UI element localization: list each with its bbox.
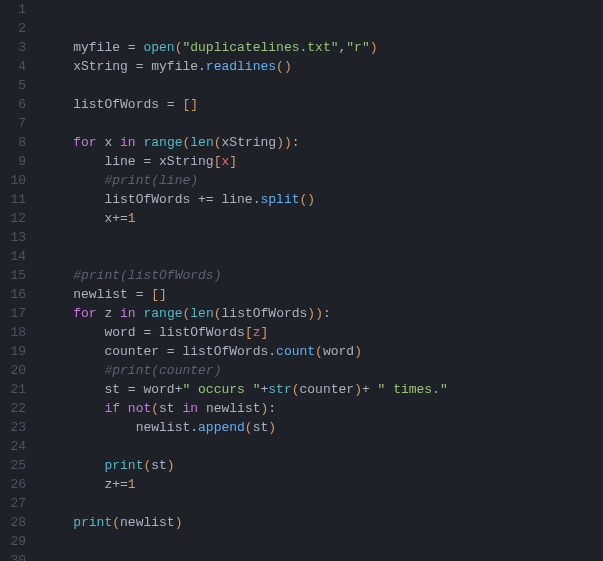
code-line[interactable]: xString = myfile.readlines() [42, 57, 603, 76]
code-line[interactable]: x+=1 [42, 209, 603, 228]
code-token: "duplicatelines.txt" [182, 40, 338, 55]
code-token: word [143, 382, 174, 397]
code-line[interactable]: for x in range(len(xString)): [42, 133, 603, 152]
code-token: #print(line) [104, 173, 198, 188]
code-token: print [104, 458, 143, 473]
code-line[interactable]: for z in range(len(listOfWords)): [42, 304, 603, 323]
code-line[interactable] [42, 247, 603, 266]
line-number: 6 [6, 95, 26, 114]
code-token [42, 401, 104, 416]
code-token: = [128, 287, 151, 302]
code-token [42, 420, 136, 435]
code-token: st [104, 382, 120, 397]
code-token [42, 40, 73, 55]
code-line[interactable] [42, 19, 603, 38]
code-line[interactable]: listOfWords = [] [42, 95, 603, 114]
code-token [42, 268, 73, 283]
code-token: len [190, 135, 213, 150]
line-number: 9 [6, 152, 26, 171]
code-line[interactable] [42, 551, 603, 561]
code-token: ) [370, 40, 378, 55]
code-token: listOfWords [182, 344, 268, 359]
code-token: ] [229, 154, 237, 169]
code-token: : [292, 135, 300, 150]
code-line[interactable]: counter = listOfWords.count(word) [42, 342, 603, 361]
code-token: = [128, 59, 151, 74]
code-token: counter [104, 344, 159, 359]
code-token: = [136, 325, 159, 340]
code-token: ( [151, 401, 159, 416]
code-token [112, 135, 120, 150]
code-line[interactable] [42, 76, 603, 95]
line-number: 14 [6, 247, 26, 266]
code-line[interactable] [42, 494, 603, 513]
code-token [42, 192, 104, 207]
code-token: for [73, 135, 96, 150]
line-number: 7 [6, 114, 26, 133]
line-number: 24 [6, 437, 26, 456]
line-number: 21 [6, 380, 26, 399]
code-area[interactable]: myfile = open("duplicatelines.txt","r") … [38, 0, 603, 561]
code-token: += [190, 192, 221, 207]
line-number-gutter: 1234567891011121314151617181920212223242… [0, 0, 38, 561]
code-line[interactable]: if not(st in newlist): [42, 399, 603, 418]
code-token: = [159, 97, 182, 112]
code-line[interactable] [42, 0, 603, 19]
code-line[interactable]: st = word+" occurs "+str(counter)+ " tim… [42, 380, 603, 399]
line-number: 8 [6, 133, 26, 152]
code-editor[interactable]: 1234567891011121314151617181920212223242… [0, 0, 603, 561]
code-token: myfile [151, 59, 198, 74]
code-token: ) [268, 420, 276, 435]
code-token [42, 344, 104, 359]
code-token: = [120, 382, 143, 397]
code-line[interactable] [42, 228, 603, 247]
code-token: newlist [120, 515, 175, 530]
code-token: xString [73, 59, 128, 74]
code-line[interactable]: #print(listOfWords) [42, 266, 603, 285]
code-line[interactable]: #print(line) [42, 171, 603, 190]
code-line[interactable]: myfile = open("duplicatelines.txt","r") [42, 38, 603, 57]
line-number: 5 [6, 76, 26, 95]
code-token: ( [292, 382, 300, 397]
code-token: len [190, 306, 213, 321]
code-line[interactable]: print(st) [42, 456, 603, 475]
code-line[interactable]: listOfWords += line.split() [42, 190, 603, 209]
code-token: line [221, 192, 252, 207]
code-token: listOfWords [104, 192, 190, 207]
code-line[interactable]: print(newlist) [42, 513, 603, 532]
code-token: for [73, 306, 96, 321]
code-line[interactable]: word = listOfWords[z] [42, 323, 603, 342]
code-token: counter [300, 382, 355, 397]
code-token [42, 211, 104, 226]
code-line[interactable]: newlist.append(st) [42, 418, 603, 437]
line-number: 11 [6, 190, 26, 209]
line-number: 29 [6, 532, 26, 551]
code-token: newlist [206, 401, 261, 416]
code-token: #print(listOfWords) [73, 268, 221, 283]
code-token: not [128, 401, 151, 416]
code-line[interactable]: #print(counter) [42, 361, 603, 380]
code-token: str [268, 382, 291, 397]
code-token: = [120, 40, 143, 55]
code-token: st [159, 401, 175, 416]
line-number: 16 [6, 285, 26, 304]
code-line[interactable] [42, 437, 603, 456]
code-line[interactable] [42, 532, 603, 551]
code-token [42, 97, 73, 112]
code-token: ) [354, 382, 362, 397]
code-line[interactable]: line = xString[x] [42, 152, 603, 171]
code-token: () [276, 59, 292, 74]
code-token: newlist [73, 287, 128, 302]
code-line[interactable] [42, 114, 603, 133]
code-token: print [73, 515, 112, 530]
line-number: 12 [6, 209, 26, 228]
code-token: . [198, 59, 206, 74]
code-line[interactable]: newlist = [] [42, 285, 603, 304]
code-token: ( [112, 515, 120, 530]
code-token: ( [214, 135, 222, 150]
code-line[interactable]: z+=1 [42, 475, 603, 494]
code-token: in [120, 135, 136, 150]
line-number: 3 [6, 38, 26, 57]
code-token: st [253, 420, 269, 435]
code-token: listOfWords [159, 325, 245, 340]
